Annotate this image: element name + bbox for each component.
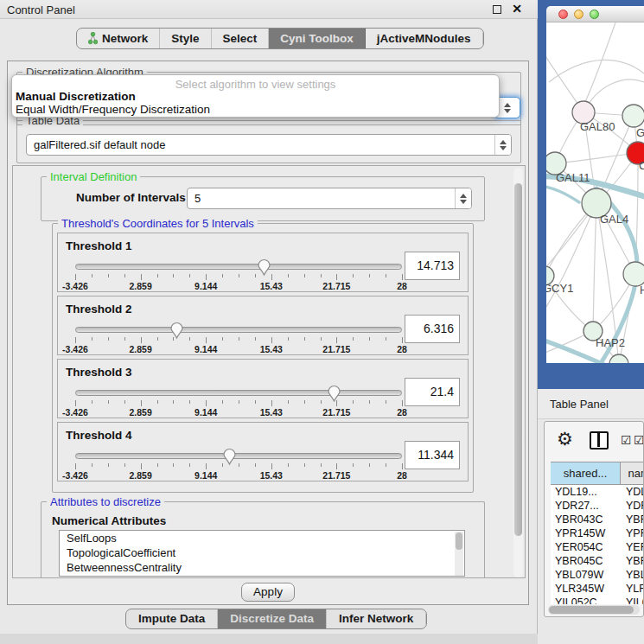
cell-name[interactable]: YBL079W: [621, 568, 643, 582]
bottom-tab[interactable]: Infer Network: [327, 609, 426, 628]
tab[interactable]: Select: [212, 29, 270, 48]
combobox-stepper[interactable]: [494, 135, 511, 155]
table-row[interactable]: YBR043C YBR043C: [551, 513, 643, 526]
number-of-intervals-combobox[interactable]: 5: [187, 188, 472, 209]
table-body: YDL19... YDL19... YDR27... YDR27... YBR0…: [551, 485, 643, 604]
network-node-label: GA: [636, 126, 644, 139]
combobox-stepper[interactable]: [455, 188, 471, 208]
close-icon[interactable]: ✕: [512, 2, 522, 16]
slider-tick: [255, 274, 256, 277]
table-row[interactable]: YBL079W YBL079W: [551, 568, 643, 582]
scrollbar-thumb[interactable]: [456, 532, 462, 550]
cell-name[interactable]: YLR345W: [621, 582, 643, 596]
table-row[interactable]: YBR045C YBR045C: [551, 554, 643, 568]
slider-tick: [92, 463, 92, 467]
apply-button[interactable]: Apply: [241, 583, 295, 602]
table-row[interactable]: YDL19... YDL19...: [551, 485, 643, 499]
threshold-value-field[interactable]: 11.344: [405, 441, 460, 469]
algorithm-option-manual[interactable]: Manual Discretization: [16, 90, 136, 103]
network-window-titlebar[interactable]: [546, 6, 644, 22]
cell-shared-name[interactable]: YDR27...: [551, 499, 621, 513]
slider-tick: [336, 274, 337, 280]
slider-tick-label: 28: [397, 281, 407, 291]
slider-tick-label: 28: [397, 344, 407, 354]
cell-name[interactable]: YDL19...: [621, 485, 643, 499]
network-view-canvas[interactable]: GAL80GACGAL11GAL4GCY1HHAP2: [546, 22, 644, 363]
scrollbar-thumb[interactable]: [514, 183, 522, 536]
network-edge: [546, 203, 596, 320]
settings-vertical-scrollbar[interactable]: [513, 168, 523, 577]
threshold-slider[interactable]: -3.4262.8599.14415.4321.71528: [75, 447, 402, 480]
numerical-attributes-list[interactable]: SelfLoops TopologicalCoefficient Between…: [59, 530, 465, 577]
bottom-tab-bar: Impute Data Discretize Data Infer Networ…: [125, 609, 427, 629]
cell-shared-name[interactable]: YIL052C: [551, 596, 621, 604]
cell-name[interactable]: YBR045C: [621, 554, 643, 568]
gear-icon[interactable]: ⚙: [557, 429, 573, 450]
algorithm-placeholder-option[interactable]: Select algorithm to view settings: [12, 78, 499, 91]
slider-track[interactable]: [75, 453, 402, 459]
tab[interactable]: Cyni Toolbox: [269, 29, 366, 48]
table-row[interactable]: YIL052C YIL052C: [551, 596, 643, 604]
column-header-name[interactable]: name: [621, 462, 644, 484]
table-row[interactable]: YER054C YER054C: [551, 540, 643, 554]
cell-name[interactable]: YDR27...: [621, 499, 643, 513]
tab[interactable]: Style: [160, 29, 211, 48]
threshold-value-field[interactable]: 6.316: [405, 315, 460, 343]
network-node[interactable]: [623, 262, 644, 286]
slider-tick: [141, 274, 142, 280]
cell-name[interactable]: YBR043C: [621, 513, 643, 526]
table-horizontal-scrollbar[interactable]: [548, 605, 640, 615]
cell-name[interactable]: YIL052C: [621, 596, 643, 604]
table-row[interactable]: YDR27... YDR27...: [551, 499, 643, 513]
network-node-label: C: [639, 159, 644, 172]
close-traffic-light-icon[interactable]: [558, 10, 568, 19]
threshold-panel: Threshold 1 -3.4262.8599: [57, 233, 469, 292]
table-row[interactable]: YLR345W YLR345W: [551, 582, 643, 596]
cell-shared-name[interactable]: YDL19...: [551, 485, 621, 499]
split-columns-icon[interactable]: [590, 431, 609, 450]
network-node[interactable]: [622, 105, 644, 127]
cell-shared-name[interactable]: YBL079W: [551, 568, 621, 582]
zoom-traffic-light-icon[interactable]: [590, 10, 599, 19]
threshold-slider[interactable]: -3.4262.8599.14415.4321.71528: [75, 258, 402, 290]
table-data-combobox[interactable]: galFiltered.sif default node: [26, 134, 512, 156]
attribute-list-item[interactable]: BetweennessCentrality: [60, 560, 464, 575]
cell-name[interactable]: YER054C: [621, 540, 643, 554]
float-window-icon[interactable]: [493, 5, 501, 14]
cell-shared-name[interactable]: YBR045C: [551, 554, 621, 568]
cell-shared-name[interactable]: YPR145W: [551, 526, 621, 540]
slider-track[interactable]: [75, 264, 402, 270]
algorithm-option-equal-width[interactable]: Equal Width/Frequency Discretization: [16, 103, 210, 116]
threshold-slider[interactable]: -3.4262.8599.14415.4321.71528: [75, 321, 402, 354]
cell-shared-name[interactable]: YER054C: [551, 540, 621, 554]
slider-tick: [222, 274, 223, 277]
bottom-tab[interactable]: Discretize Data: [218, 609, 327, 628]
slider-track[interactable]: [75, 390, 402, 396]
slider-tick: [222, 463, 223, 467]
select-all-icon[interactable]: ☑: [634, 433, 644, 447]
slider-tick-label: 21.715: [322, 344, 350, 354]
attribute-list-item[interactable]: SelfLoops: [60, 531, 464, 545]
scrollbar-thumb[interactable]: [549, 606, 634, 614]
table-row[interactable]: YPR145W YPR145W: [551, 526, 643, 540]
tab[interactable]: jActiveMNodules: [366, 29, 483, 48]
threshold-slider[interactable]: -3.4262.8599.14415.4321.71528: [75, 384, 402, 417]
minimize-traffic-light-icon[interactable]: [574, 10, 583, 19]
number-of-intervals-value: 5: [194, 192, 201, 205]
select-columns-icon[interactable]: ☑: [621, 433, 632, 447]
column-header-shared-name[interactable]: shared...: [551, 462, 621, 484]
slider-tick: [173, 400, 174, 404]
control-panel: Control Panel ✕ Network: [0, 0, 538, 644]
attributes-scrollbar[interactable]: [455, 532, 463, 577]
cell-shared-name[interactable]: YLR345W: [551, 582, 621, 596]
tab[interactable]: Network: [77, 29, 160, 48]
threshold-panel: Threshold 2 -3.4262.8599: [57, 296, 469, 355]
cell-shared-name[interactable]: YBR043C: [551, 513, 621, 526]
cell-name[interactable]: YPR145W: [621, 526, 643, 540]
threshold-value-field[interactable]: 21.4: [405, 378, 460, 406]
bottom-tab[interactable]: Impute Data: [126, 609, 218, 628]
threshold-value-field[interactable]: 14.713: [405, 252, 460, 280]
slider-track[interactable]: [75, 327, 402, 333]
attribute-list-item[interactable]: TopologicalCoefficient: [60, 545, 464, 560]
network-node-label: GAL11: [556, 171, 590, 184]
